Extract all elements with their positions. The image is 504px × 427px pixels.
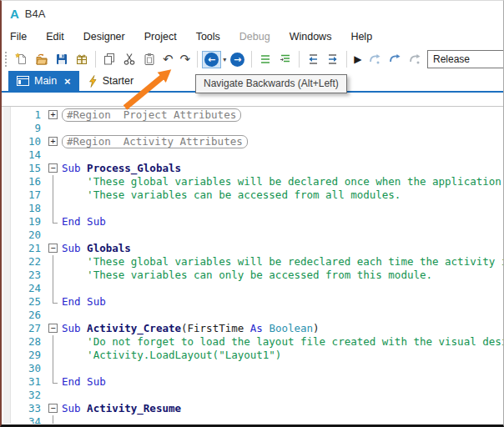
code-text[interactable]: 'These variables can be accessed from al… bbox=[62, 188, 401, 202]
code-line[interactable]: 14 bbox=[2, 148, 503, 162]
code-rows: 1+#Region Project Attributes910+#Region … bbox=[2, 107, 503, 424]
code-line[interactable]: 23 'These variables can only be accessed… bbox=[2, 269, 503, 282]
fold-guide bbox=[53, 215, 58, 224]
toolbar-separator bbox=[346, 51, 347, 68]
fold-marker[interactable]: + bbox=[48, 137, 58, 146]
code-segment-kw: Sub bbox=[62, 322, 87, 334]
code-line[interactable]: 19End Sub bbox=[2, 215, 503, 229]
fold-marker[interactable]: − bbox=[48, 244, 58, 253]
code-text[interactable]: 'These variables can only be accessed fr… bbox=[62, 269, 432, 282]
code-line[interactable]: 16 'These global variables will be decla… bbox=[2, 175, 503, 188]
fold-expand-icon: + bbox=[47, 135, 62, 148]
code-text[interactable]: 'These global variables will be declared… bbox=[62, 175, 503, 188]
code-line[interactable]: 26 bbox=[2, 309, 503, 322]
fold-marker[interactable]: − bbox=[48, 324, 58, 333]
step-into-button[interactable] bbox=[406, 49, 423, 69]
code-text[interactable]: #Region Project Attributes bbox=[62, 108, 241, 122]
resume-button[interactable] bbox=[366, 49, 383, 69]
fold-gutter bbox=[47, 122, 62, 135]
code-line[interactable]: 20 bbox=[2, 229, 503, 242]
code-text[interactable]: Sub Activity_Resume bbox=[62, 402, 181, 415]
run-icon: ▶ bbox=[354, 53, 361, 65]
fold-guide-line bbox=[47, 349, 62, 362]
code-line[interactable]: 27−Sub Activity_Create(FirstTime As Bool… bbox=[2, 322, 503, 335]
code-line[interactable]: 17 'These variables can be accessed from… bbox=[2, 188, 503, 202]
code-text[interactable]: Sub Globals bbox=[62, 242, 131, 255]
new-project-icon bbox=[15, 53, 28, 66]
code-line[interactable]: 18 bbox=[2, 202, 503, 215]
menu-edit[interactable]: Edit bbox=[46, 31, 64, 43]
menu-help[interactable]: Help bbox=[350, 31, 372, 43]
code-text[interactable]: #Region Activity Attributes bbox=[62, 135, 248, 148]
copy-button[interactable] bbox=[101, 49, 118, 69]
tab-close-icon[interactable]: × bbox=[64, 75, 71, 88]
code-line[interactable]: 22 'These global variables will be redec… bbox=[2, 255, 503, 269]
code-line[interactable]: 28 'Do not forget to load the layout fil… bbox=[2, 335, 503, 349]
modules-button[interactable] bbox=[73, 49, 90, 69]
undo-button[interactable]: ↶ bbox=[161, 49, 175, 69]
fold-marker[interactable]: − bbox=[48, 163, 58, 173]
shift-right-button[interactable] bbox=[325, 49, 341, 69]
code-text[interactable]: Sub Process_Globals bbox=[62, 162, 181, 175]
code-segment-cmt: 'Activity.LoadLayout("Layout1") bbox=[62, 349, 281, 361]
code-line[interactable]: 9 bbox=[2, 122, 503, 135]
code-line[interactable]: 24 bbox=[2, 282, 503, 295]
toolbar-grip[interactable] bbox=[5, 52, 9, 67]
step-over-button[interactable] bbox=[386, 49, 403, 69]
code-line[interactable]: 1+#Region Project Attributes bbox=[2, 108, 503, 122]
step-over-icon bbox=[388, 53, 401, 66]
code-line[interactable]: 10+#Region Activity Attributes bbox=[2, 135, 503, 148]
code-text[interactable]: 'Activity.LoadLayout("Layout1") bbox=[62, 349, 281, 362]
code-segment-cmt: 'Do not forget to load the layout file c… bbox=[62, 335, 503, 348]
navigate-back-button[interactable]: ← bbox=[202, 51, 221, 68]
code-text[interactable]: End Sub bbox=[62, 295, 106, 309]
code-line[interactable]: 31End Sub bbox=[2, 375, 503, 389]
line-number: 18 bbox=[2, 202, 47, 215]
outdent-button[interactable] bbox=[257, 49, 274, 69]
tab-starter[interactable]: Starter bbox=[79, 71, 143, 91]
tab-main[interactable]: Main× bbox=[8, 71, 79, 91]
indent-button[interactable] bbox=[277, 49, 294, 69]
code-line[interactable]: 33−Sub Activity_Resume bbox=[2, 402, 503, 415]
code-line[interactable]: 15−Sub Process_Globals bbox=[2, 162, 503, 175]
fold-gutter bbox=[47, 389, 62, 402]
code-editor[interactable]: 1+#Region Project Attributes910+#Region … bbox=[2, 107, 503, 424]
new-project-button[interactable] bbox=[13, 49, 30, 69]
code-text[interactable]: 'These global variables will be redeclar… bbox=[62, 255, 503, 269]
code-line[interactable]: 29 'Activity.LoadLayout("Layout1") bbox=[2, 349, 503, 362]
open-project-button[interactable] bbox=[33, 49, 50, 69]
line-number: 1 bbox=[2, 108, 47, 122]
run-button[interactable]: ▶ bbox=[352, 49, 363, 69]
code-text[interactable]: Sub Activity_Create(FirstTime As Boolean… bbox=[62, 322, 320, 335]
save-button[interactable] bbox=[53, 49, 70, 69]
code-segment-kw: Sub bbox=[62, 162, 87, 174]
fold-guide bbox=[53, 188, 53, 202]
navigate-forward-button[interactable]: → bbox=[229, 49, 246, 69]
menu-tools[interactable]: Tools bbox=[196, 31, 220, 43]
fold-marker[interactable]: − bbox=[48, 404, 58, 413]
shift-left-button[interactable] bbox=[305, 49, 321, 69]
code-line[interactable]: 25End Sub bbox=[2, 295, 503, 309]
paste-button[interactable] bbox=[141, 49, 158, 69]
back-history-dropdown[interactable]: ▾ bbox=[222, 49, 227, 69]
redo-button[interactable]: ↷ bbox=[179, 49, 193, 69]
fold-marker[interactable]: + bbox=[48, 110, 58, 119]
build-configuration-select[interactable]: Release bbox=[427, 50, 504, 68]
code-line[interactable]: 21−Sub Globals bbox=[2, 242, 503, 255]
menu-designer[interactable]: Designer bbox=[83, 31, 125, 43]
menu-windows[interactable]: Windows bbox=[290, 31, 332, 43]
fold-guide bbox=[53, 295, 58, 304]
code-line[interactable]: 32 bbox=[2, 389, 503, 402]
menu-project[interactable]: Project bbox=[144, 31, 177, 43]
fold-gutter bbox=[47, 309, 62, 322]
shift-right-icon bbox=[326, 53, 340, 66]
code-line[interactable]: 34 bbox=[2, 415, 503, 424]
code-text[interactable]: End Sub bbox=[62, 375, 106, 389]
code-text[interactable]: 'Do not forget to load the layout file c… bbox=[62, 335, 503, 349]
copy-icon bbox=[103, 53, 116, 66]
cut-button[interactable] bbox=[121, 49, 138, 69]
code-text[interactable]: End Sub bbox=[62, 215, 106, 229]
menu-debug[interactable]: Debug bbox=[239, 31, 270, 43]
code-line[interactable]: 30 bbox=[2, 362, 503, 375]
menu-file[interactable]: File bbox=[10, 31, 27, 43]
